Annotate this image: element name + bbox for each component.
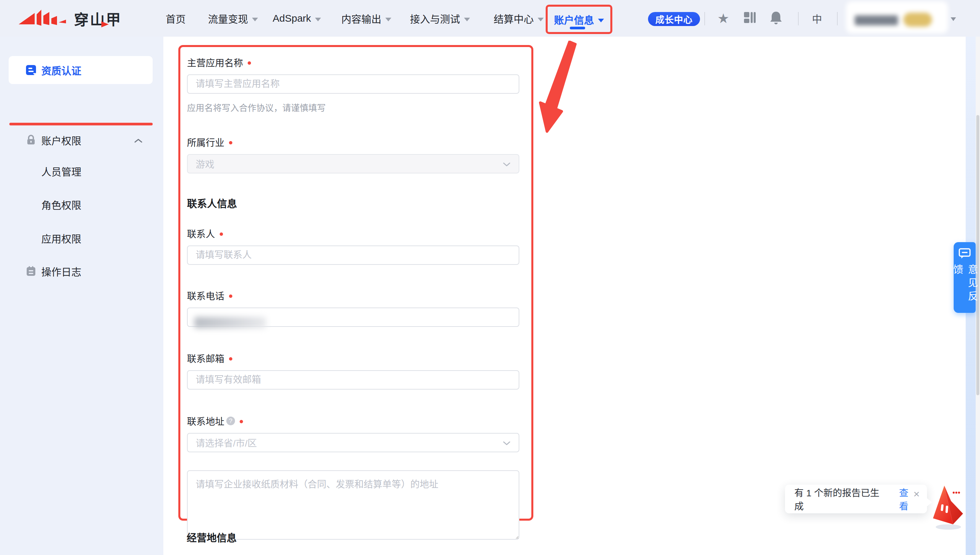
user-badge-redacted — [903, 13, 932, 27]
sidebar-item-role-permission[interactable]: 角色权限 — [0, 194, 163, 215]
nav-item-content-output[interactable]: 内容输出 — [341, 0, 391, 37]
logo[interactable]: 穿山甲 — [18, 8, 122, 29]
red-arrow-annotation — [535, 41, 582, 137]
required-marker — [229, 357, 232, 361]
label-text: 主营应用名称 — [187, 56, 243, 69]
annotation-box-form: 主营应用名称 应用名将写入合作协议，请谨慎填写 所属行业 游戏 — [178, 45, 533, 521]
nav-label: 流量变现 — [208, 11, 248, 26]
log-icon — [26, 266, 37, 276]
label-text: 联系电话 — [187, 289, 224, 302]
caret-down-icon — [252, 18, 258, 21]
growth-center-button[interactable]: 成长中心 — [648, 12, 700, 26]
caret-down-icon — [315, 18, 321, 21]
growth-center-label: 成长中心 — [655, 13, 693, 26]
sidebar: 资质认证 账户权限 人员管理 角色权限 应 — [0, 37, 163, 555]
sidebar-item-label: 账户权限 — [42, 133, 82, 148]
qualification-form: 主营应用名称 应用名将写入合作协议，请谨慎填写 所属行业 游戏 — [180, 47, 531, 541]
field-label-address: 联系地址 ? — [187, 414, 525, 428]
nav-item-home[interactable]: 首页 — [166, 0, 185, 37]
phone-input[interactable] — [187, 308, 520, 327]
chevron-down-icon — [503, 437, 511, 448]
grid-icon — [743, 11, 756, 25]
logo-accent-icon — [101, 21, 109, 27]
app-name-input[interactable] — [187, 74, 520, 94]
feedback-icon — [959, 248, 970, 260]
mascot-ellipsis-bubble — [950, 488, 963, 497]
feedback-label: 意见反馈 — [950, 264, 979, 313]
section-title-contact: 联系人信息 — [187, 196, 525, 210]
sidebar-item-member-management[interactable]: 人员管理 — [0, 161, 163, 181]
phone-field-wrapper — [187, 308, 525, 327]
notifications-button[interactable] — [769, 0, 783, 37]
feedback-button[interactable]: 意见反馈 — [954, 242, 976, 313]
nav-item-account-info[interactable]: 账户信息 — [548, 7, 610, 32]
industry-select[interactable]: 游戏 — [187, 154, 520, 173]
nav-label: AdSpark — [273, 13, 311, 24]
label-text: 所属行业 — [187, 135, 224, 149]
sidebar-item-operation-log[interactable]: 操作日志 — [0, 261, 163, 281]
mascot-assistant[interactable] — [931, 484, 966, 532]
logo-text: 穿山甲 — [74, 8, 122, 29]
field-label-industry: 所属行业 — [187, 135, 525, 149]
sidebar-item-app-permission[interactable]: 应用权限 — [0, 228, 163, 248]
divider — [798, 12, 799, 25]
logo-icon — [18, 9, 67, 28]
field-label-contact: 联系人 — [187, 227, 525, 240]
nav-item-settlement-center[interactable]: 结算中心 — [494, 0, 544, 37]
sidebar-item-label: 角色权限 — [42, 197, 82, 212]
address-detail-textarea[interactable] — [187, 470, 520, 540]
region-placeholder: 请选择省/市/区 — [196, 436, 257, 449]
apps-button[interactable] — [743, 0, 756, 37]
app-name-help-text: 应用名将写入合作协议，请谨慎填写 — [187, 101, 525, 114]
topbar: 穿山甲 首页 流量变现 AdSpark 内容输出 接入与测试 结算中心 — [0, 0, 980, 37]
field-label-phone: 联系电话 — [187, 289, 525, 302]
nav-item-monetization[interactable]: 流量变现 — [208, 0, 258, 37]
sidebar-item-account-permission[interactable]: 账户权限 — [0, 130, 163, 150]
certificate-icon — [26, 64, 37, 76]
bell-icon — [769, 11, 783, 26]
annotation-box-account-info: 账户信息 — [546, 5, 612, 34]
nav-label: 结算中心 — [494, 11, 534, 26]
industry-selected-value: 游戏 — [196, 157, 214, 170]
field-label-email: 联系邮箱 — [187, 351, 525, 365]
nav-item-integration-testing[interactable]: 接入与测试 — [410, 0, 470, 37]
nav-item-adspark[interactable]: AdSpark — [273, 0, 321, 37]
label-text: 联系人 — [187, 227, 215, 240]
section-title-business: 经营地信息 — [187, 530, 237, 544]
star-icon: ★ — [717, 12, 729, 25]
required-marker — [240, 420, 243, 423]
annotation-underline — [10, 123, 153, 125]
chevron-down-icon — [503, 159, 511, 169]
caret-down-icon — [951, 18, 956, 21]
question-icon[interactable]: ? — [226, 417, 235, 425]
divider — [837, 12, 838, 25]
report-toast: 有 1 个新的报告已生成 查看 × — [785, 484, 927, 513]
nav-label: 内容输出 — [341, 11, 381, 26]
lock-icon — [26, 135, 37, 146]
email-input[interactable] — [187, 370, 520, 390]
active-tab-indicator — [570, 27, 585, 29]
sidebar-item-label: 应用权限 — [42, 231, 82, 245]
caret-down-icon — [538, 18, 544, 21]
required-marker — [248, 61, 251, 65]
label-text: 联系邮箱 — [187, 351, 224, 365]
caret-down-icon — [598, 19, 604, 22]
nav-label: 账户信息 — [554, 12, 594, 27]
language-toggle[interactable]: 中 — [812, 0, 822, 37]
favorites-button[interactable]: ★ — [717, 0, 729, 37]
required-marker — [229, 295, 232, 298]
contact-input[interactable] — [187, 245, 520, 265]
label-text: 联系地址 — [187, 414, 224, 428]
nav-label: 接入与测试 — [410, 11, 460, 26]
sidebar-item-label: 操作日志 — [42, 264, 82, 279]
sidebar-item-qualification[interactable]: 资质认证 — [9, 56, 153, 84]
divider — [704, 12, 705, 25]
field-label-app-name: 主营应用名称 — [187, 56, 525, 69]
chevron-up-icon — [134, 135, 143, 146]
region-select[interactable]: 请选择省/市/区 — [187, 433, 520, 452]
user-account-blurred[interactable] — [846, 2, 948, 34]
caret-down-icon — [385, 18, 391, 21]
close-icon[interactable]: × — [913, 489, 920, 499]
scrollbar-thumb[interactable] — [976, 115, 979, 395]
app: 穿山甲 首页 流量变现 AdSpark 内容输出 接入与测试 结算中心 — [0, 0, 980, 555]
